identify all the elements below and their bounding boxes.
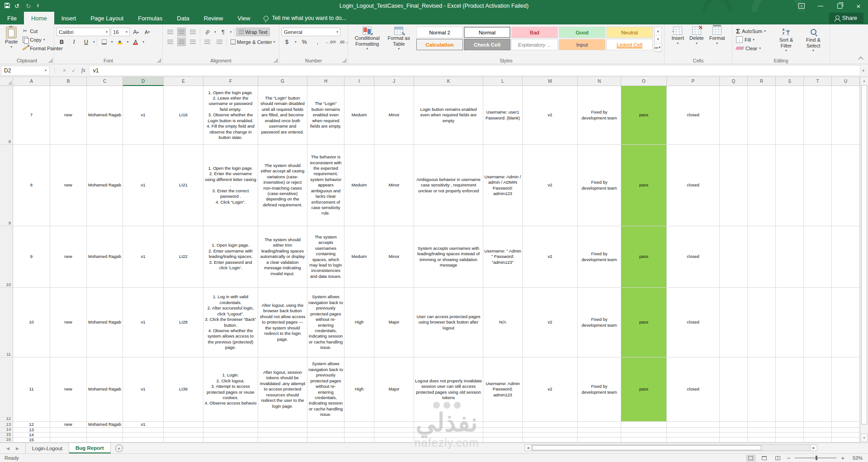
cell-B11[interactable]: new	[50, 288, 87, 357]
column-header-I[interactable]: I	[344, 77, 374, 86]
cell-K15[interactable]	[414, 433, 483, 438]
cell-D9[interactable]: v1	[123, 145, 164, 226]
cell-C8[interactable]: Mohamed Ragab	[87, 86, 123, 145]
cell-J16[interactable]	[374, 438, 414, 443]
sort-filter-button[interactable]: AZ Sort & Filter▾	[773, 26, 800, 53]
cell-D13[interactable]: v1	[123, 422, 164, 428]
cell-I9[interactable]: Meduim	[344, 145, 374, 226]
cell-E9[interactable]: LI21	[164, 145, 203, 226]
cell-U8[interactable]	[832, 86, 860, 145]
text-direction-button[interactable]: ¶	[218, 28, 228, 36]
cell-A10[interactable]: 9	[13, 226, 50, 288]
ribbon-display-options-icon[interactable]: ˄	[792, 0, 811, 12]
zoom-slider-thumb[interactable]	[816, 456, 817, 460]
ribbon-tab-file[interactable]: File	[0, 12, 24, 24]
cell-F15[interactable]	[203, 433, 258, 438]
cell-K9[interactable]: Ambiguous behavior in username case sens…	[414, 145, 483, 226]
column-header-G[interactable]: G	[258, 77, 307, 86]
ribbon-tab-view[interactable]: View	[230, 12, 257, 24]
cell-P14[interactable]	[667, 428, 720, 433]
align-right-button[interactable]	[188, 38, 198, 46]
cell-K12[interactable]: Logout does not properly invalidate sess…	[414, 357, 483, 422]
cell-P8[interactable]: closed	[667, 86, 720, 145]
cell-P10[interactable]: closed	[667, 226, 720, 288]
page-break-view-button[interactable]	[774, 455, 783, 462]
autosum-button[interactable]: ΣAutoSum▾	[735, 27, 773, 35]
cell-Q14[interactable]	[720, 428, 748, 433]
undo-icon[interactable]: ↺▾	[14, 3, 21, 9]
clipboard-dialog-launcher[interactable]	[48, 58, 52, 62]
cell-H9[interactable]: The behavior is inconsistent with the ex…	[307, 145, 344, 226]
cell-M14[interactable]	[523, 428, 578, 433]
cell-style-input[interactable]: Input	[559, 39, 605, 50]
cell-R10[interactable]	[748, 226, 776, 288]
cell-S12[interactable]	[776, 357, 804, 422]
cell-I8[interactable]: Meduim	[344, 86, 374, 145]
cell-style-good[interactable]: Good	[559, 27, 605, 38]
cell-B10[interactable]: new	[50, 226, 87, 288]
column-header-D[interactable]: D	[123, 77, 164, 86]
fill-color-button[interactable]: ◆	[115, 38, 125, 46]
expand-formula-bar-icon[interactable]: ▾	[862, 68, 868, 73]
cell-U13[interactable]	[832, 422, 860, 428]
cell-M9[interactable]: v2	[523, 145, 578, 226]
cell-J11[interactable]: Major	[374, 288, 414, 357]
cell-J15[interactable]	[374, 433, 414, 438]
cell-O12[interactable]: pass	[621, 357, 667, 422]
cell-T9[interactable]	[804, 145, 832, 226]
cell-F14[interactable]	[203, 428, 258, 433]
cell-L14[interactable]	[483, 428, 523, 433]
cell-A16[interactable]: 15	[13, 438, 50, 443]
horizontal-scroll-thumb[interactable]	[532, 445, 761, 450]
share-button[interactable]: Share	[829, 13, 863, 24]
cell-H15[interactable]	[307, 433, 344, 438]
cell-B14[interactable]	[50, 428, 87, 433]
cell-C10[interactable]: Mohamed Ragab	[87, 226, 123, 288]
cell-J14[interactable]	[374, 428, 414, 433]
font-size-select[interactable]: 16▾	[111, 28, 130, 36]
font-dialog-launcher[interactable]	[157, 58, 161, 62]
cell-N11[interactable]: Fixed by development team	[578, 288, 621, 357]
cell-U10[interactable]	[832, 226, 860, 288]
vertical-scrollbar[interactable]: ▲ ▼	[860, 77, 868, 443]
cell-style-calculation[interactable]: Calculation	[416, 39, 463, 50]
cell-T8[interactable]	[804, 86, 832, 145]
cell-R16[interactable]	[748, 438, 776, 443]
cell-M13[interactable]	[523, 422, 578, 428]
cell-style-bad[interactable]: Bad	[511, 27, 558, 38]
cell-A14[interactable]: 13	[13, 428, 50, 433]
customize-qat-icon[interactable]: ▾	[37, 4, 39, 8]
cell-S16[interactable]	[776, 438, 804, 443]
cell-I16[interactable]	[344, 438, 374, 443]
cell-P12[interactable]: closed	[667, 357, 720, 422]
cell-N13[interactable]	[578, 422, 621, 428]
cell-A12[interactable]: 11	[13, 357, 50, 422]
gallery-down-icon[interactable]: ▼	[655, 35, 661, 43]
cell-R9[interactable]	[748, 145, 776, 226]
cell-B12[interactable]: new	[50, 357, 87, 422]
cell-O13[interactable]	[621, 422, 667, 428]
zoom-out-button[interactable]: −	[787, 455, 791, 461]
alignment-dialog-launcher[interactable]	[274, 58, 278, 62]
ribbon-tab-data[interactable]: Data	[170, 12, 196, 24]
cell-C13[interactable]: Mohamed Ragab	[87, 422, 123, 428]
cell-U11[interactable]	[832, 288, 860, 357]
cell-F11[interactable]: 1. Log in with valid credentials. 2. Aft…	[203, 288, 258, 357]
cell-R8[interactable]	[748, 86, 776, 145]
cell-H13[interactable]	[307, 422, 344, 428]
cell-M16[interactable]	[523, 438, 578, 443]
cell-T15[interactable]	[804, 433, 832, 438]
column-header-E[interactable]: E	[164, 77, 203, 86]
sheet-nav-right-icon[interactable]: ▶	[16, 446, 19, 451]
cell-K8[interactable]: Login button remains enabled even when r…	[414, 86, 483, 145]
cell-H11[interactable]: System allows navigation back to previou…	[307, 288, 344, 357]
cell-E8[interactable]: LI16	[164, 86, 203, 145]
cell-L11[interactable]: N/A	[483, 288, 523, 357]
cell-Q12[interactable]	[720, 357, 748, 422]
cell-S15[interactable]	[776, 433, 804, 438]
ribbon-tab-page-layout[interactable]: Page Layout	[83, 12, 131, 24]
column-header-U[interactable]: U	[832, 77, 860, 86]
cell-S8[interactable]	[776, 86, 804, 145]
cell-U14[interactable]	[832, 428, 860, 433]
cell-P9[interactable]: closed	[667, 145, 720, 226]
